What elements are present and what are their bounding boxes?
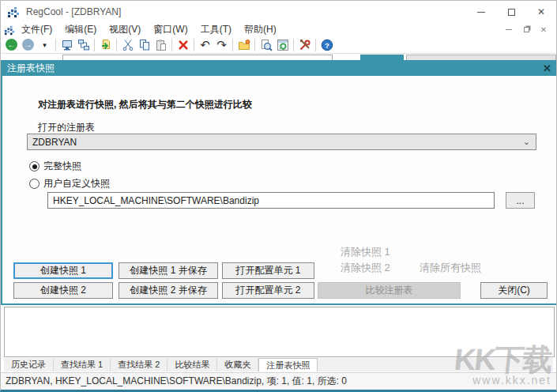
search-button[interactable] [258,37,274,53]
back-button[interactable]: ← [3,37,20,53]
panel-close-button[interactable]: ✕ [543,62,551,74]
tools-icon [299,39,311,51]
create-snapshot2-button[interactable]: 创建快照 2 [13,282,113,299]
window-controls: ✕ [466,1,556,23]
undo-button[interactable]: ↶ [197,37,213,53]
toolbar-separator [116,39,117,51]
copy-button[interactable] [136,37,152,53]
regcool-window: RegCool - [ZDBRYAN] ✕ 文件(F) 编辑(E) 视图(V) … [0,0,557,392]
browse-button[interactable]: ... [506,192,535,209]
back-icon: ← [6,39,17,51]
custom-snapshot-radio[interactable]: 用户自定义快照 [29,177,110,190]
results-list-area[interactable] [4,307,555,357]
address-bar-clipped-strip [1,54,556,60]
delete-button[interactable] [175,37,191,53]
chevron-down-icon: ▾ [43,41,47,49]
custom-path-input[interactable]: HKEY_LOCAL_MACHINE\SOFTWARE\Bandizip [47,192,495,209]
mdi-child-icon [4,24,15,36]
create-snapshot2-save-button[interactable]: 创建快照 2 并保存 [119,282,218,299]
address-input-clipped[interactable] [62,55,333,60]
panel-close-bottom-button[interactable]: 关闭(C) [480,282,548,299]
full-snapshot-radio[interactable]: 完整快照 [29,160,81,173]
create-snapshot1-save-button[interactable]: 创建快照 1 并保存 [119,262,218,279]
registry-combobox[interactable]: ZDBRYAN ⌄ [27,134,536,150]
clear-snapshot1-link: 清除快照 1 [341,245,390,259]
panel-header: 注册表快照 ✕ [1,60,557,76]
copy-icon [138,39,151,51]
redo-button[interactable]: ↷ [213,37,230,53]
close-icon: ✕ [537,6,545,17]
mdi-close-icon: ✕ [540,25,547,34]
tab-search-results-2[interactable]: 查找结果 2 [111,358,167,371]
toolbar-separator [254,39,255,51]
close-button[interactable]: ✕ [526,1,556,23]
help-button[interactable]: ? [318,37,335,53]
history-dropdown-button[interactable]: ▾ [36,37,53,53]
mdi-close-button[interactable]: ✕ [539,25,548,35]
menu-window[interactable]: 窗口(W) [147,23,194,36]
instruction-text: 对注册表进行快照, 然后将其与第二个快照进行比较 [38,98,252,111]
refresh-button[interactable] [274,37,291,53]
mdi-restore-button[interactable] [521,25,531,35]
delete-icon [177,39,190,51]
menu-tools[interactable]: 工具(T) [194,23,238,36]
registry-combobox-value: ZDBRYAN [32,137,77,148]
network-button[interactable] [75,37,92,53]
undo-icon: ↶ [200,39,210,51]
menu-bar: 文件(F) 编辑(E) 视图(V) 窗口(W) 工具(T) 帮助(H) ✕ [1,23,556,36]
custom-snapshot-label: 用户自定义快照 [43,177,110,190]
maximize-button[interactable] [496,1,526,23]
tab-favorites[interactable]: 收藏夹 [217,358,258,371]
toolbar: ← → ▾ ↶ ↷ ? [1,36,556,54]
connect-computer-button[interactable] [58,37,75,53]
full-snapshot-label: 完整快照 [43,160,81,173]
cut-icon [122,39,134,51]
forward-button[interactable]: → [20,37,36,53]
tab-compare-results[interactable]: 比较结果 [167,358,217,371]
window-title: RegCool - [ZDBRYAN] [26,6,121,17]
clear-all-snapshots-link: 清除所有快照 [420,261,481,275]
panel-title: 注册表快照 [7,62,55,75]
search-box-clipped[interactable] [406,55,556,60]
compare-registry-button-disabled: 比较注册表 [318,282,461,299]
cut-button[interactable] [119,37,136,53]
menu-file[interactable]: 文件(F) [15,23,58,36]
panel-close-icon: ✕ [543,62,551,74]
favorites-folder-button[interactable] [235,37,252,53]
toolbar-separator [194,39,194,51]
status-text: ZDBRYAN, HKEY_LOCAL_MACHINE\SOFTWARE\Ban… [6,375,347,388]
minimize-button[interactable] [466,1,496,23]
tab-history[interactable]: 历史记录 [4,358,54,371]
open-hive2-button[interactable]: 打开配置单元 2 [222,282,314,299]
menu-help[interactable]: 帮助(H) [238,23,283,36]
chevron-down-icon: ⌄ [523,137,530,147]
tools-button[interactable] [296,37,313,53]
paste-icon [155,39,167,51]
forward-icon: → [22,39,34,51]
open-hive1-button[interactable]: 打开配置单元 1 [222,262,314,279]
help-icon: ? [321,39,333,51]
refresh-icon [277,39,289,51]
title-bar: RegCool - [ZDBRYAN] ✕ [1,1,556,23]
connect-computer-icon [61,39,73,51]
tab-search-results-1[interactable]: 查找结果 1 [54,358,111,371]
mdi-window-controls: ✕ [504,25,556,35]
panel-body: 对注册表进行快照, 然后将其与第二个快照进行比较 打开的注册表 ZDBRYAN … [2,76,556,303]
registry-snapshot-panel: 注册表快照 ✕ 对注册表进行快照, 然后将其与第二个快照进行比较 打开的注册表 … [1,60,557,305]
paste-button[interactable] [152,37,169,53]
toolbar-separator [232,39,233,51]
tab-registry-snapshot[interactable]: 注册表快照 [258,358,318,371]
toolbar-separator [94,39,95,51]
menu-view[interactable]: 视图(V) [103,23,147,36]
menu-edit[interactable]: 编辑(E) [58,23,103,36]
toolbar-separator [315,39,316,51]
maximize-icon [508,9,515,16]
create-snapshot1-button[interactable]: 创建快照 1 [13,262,113,279]
bottom-tab-strip: 历史记录 查找结果 1 查找结果 2 比较结果 收藏夹 注册表快照 [4,358,553,371]
highlighted-element-clipped [360,55,404,60]
mdi-minimize-button[interactable] [504,25,514,35]
export-hive-button[interactable] [97,37,114,53]
network-icon [77,39,90,51]
toolbar-separator [293,39,294,51]
minimize-icon [477,12,485,13]
